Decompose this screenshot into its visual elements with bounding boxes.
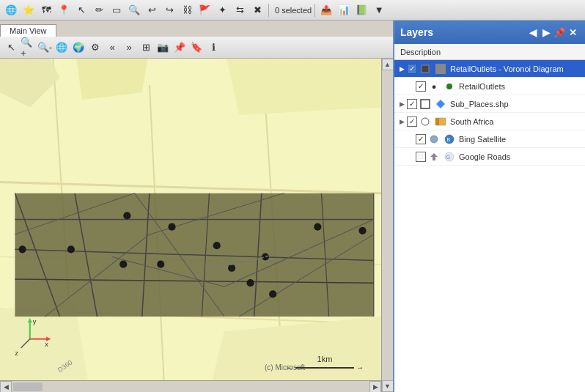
retail-dot-7: [213, 242, 221, 249]
svg-rect-40: [435, 64, 446, 74]
layer-expand-voronoi[interactable]: ▶: [397, 64, 406, 73]
layer-expand-south-africa[interactable]: ▶: [397, 117, 406, 126]
map-view[interactable]: D360 y x z (c) Microsoft: [0, 59, 393, 392]
top-toolbar: 🌐 ⭐ 🗺 📍 ↖ ✏ ▭ 🔍 ↩ ↪ ⛓ 🚩 ✦ ⇆ ✖ 0 selected…: [0, 0, 585, 21]
tool-flag[interactable]: 🚩: [196, 2, 213, 18]
layer-check-subplaces[interactable]: ✓: [407, 99, 417, 109]
retail-dot-10: [269, 290, 276, 297]
layer-vis-bing: [427, 133, 441, 145]
map-tool-pin[interactable]: 📌: [172, 40, 188, 56]
horizontal-scrollbar[interactable]: ◀ ▶: [0, 380, 381, 392]
layer-item-retail[interactable]: ✓ ● RetailOutlets: [394, 78, 585, 95]
tool-bookmark-red[interactable]: 📍: [56, 2, 72, 18]
scroll-up[interactable]: ▲: [382, 59, 394, 70]
map-svg: D360 y x z: [0, 59, 381, 380]
retail-dot-1: [123, 212, 130, 219]
tool-star[interactable]: ⭐: [21, 2, 37, 18]
layer-item-google[interactable]: □ G Google Roads: [394, 148, 585, 166]
retail-dot-4: [18, 245, 26, 253]
layer-item-bing[interactable]: ✓ B Bing Satellite: [394, 130, 585, 148]
scale-line: ← →: [286, 363, 364, 371]
layer-icon-voronoi: [433, 63, 448, 75]
main-area: Main View ↖ 🔍+ 🔍- 🌐 🌍 ⚙ « » ⊞ 📷 📌 🔖 ℹ: [0, 21, 585, 392]
layer-check-bing[interactable]: ✓: [416, 134, 426, 144]
separator: [268, 4, 269, 17]
tool-rect[interactable]: ▭: [108, 2, 125, 18]
tool-map[interactable]: 🗺: [38, 2, 54, 18]
retail-dot-9: [246, 279, 254, 286]
layers-back-btn[interactable]: ◀: [526, 26, 540, 39]
layer-vis-voronoi: [419, 63, 432, 75]
tool-cursor[interactable]: ↖: [73, 2, 89, 18]
main-view-tab[interactable]: Main View: [0, 24, 56, 37]
map-tool-globe1[interactable]: 🌐: [54, 40, 70, 56]
layer-check-voronoi[interactable]: ✓: [407, 64, 417, 74]
map-tool-select[interactable]: ↖: [3, 40, 19, 56]
retail-dot-2: [67, 245, 75, 253]
layer-icon-subplaces: [433, 98, 448, 110]
svg-text:z: z: [15, 350, 18, 357]
layer-check-retail[interactable]: ✓: [416, 81, 426, 92]
scroll-down[interactable]: ▼: [382, 380, 394, 392]
layer-expand-subplaces[interactable]: ▶: [397, 100, 406, 108]
map-tool-globe2[interactable]: 🌍: [70, 40, 87, 56]
layer-check-google[interactable]: □: [416, 152, 426, 162]
layer-check-south-africa[interactable]: ✓: [407, 117, 417, 127]
layer-vis-google: [427, 151, 441, 163]
map-tool-settings[interactable]: ⚙: [87, 40, 103, 56]
map-tool-bmark[interactable]: 🔖: [188, 40, 205, 56]
tool-pencil[interactable]: ✏: [91, 2, 107, 18]
vertical-scrollbar[interactable]: ▲ ▼: [381, 59, 393, 392]
svg-point-47: [430, 136, 438, 143]
map-tool-right[interactable]: »: [121, 40, 137, 56]
map-tool-left[interactable]: «: [104, 40, 120, 56]
map-tool-camera[interactable]: 📷: [155, 40, 171, 56]
layer-name-retail: RetailOutlets: [459, 82, 582, 91]
layers-header: Layers ◀ ▶ 📌 ✕: [394, 21, 585, 44]
layer-name-south-africa: South Africa: [450, 117, 582, 126]
tool-undo[interactable]: ↩: [144, 2, 160, 18]
layers-forward-btn[interactable]: ▶: [540, 26, 553, 39]
tool-export[interactable]: 📤: [318, 2, 334, 18]
layer-icon-google: G: [442, 151, 457, 163]
layers-close-btn[interactable]: ✕: [566, 26, 579, 39]
map-tool-zoom-out[interactable]: 🔍-: [37, 40, 53, 56]
layer-name-google: Google Roads: [459, 152, 582, 161]
tool-stop[interactable]: ✖: [249, 2, 265, 18]
tool-arrows[interactable]: ⇆: [232, 2, 248, 18]
svg-text:G: G: [446, 155, 450, 160]
tool-globe[interactable]: 🌐: [3, 2, 19, 18]
map-tool-grid[interactable]: ⊞: [138, 40, 154, 56]
layers-desc-label: Description: [400, 48, 441, 56]
layers-pin-btn[interactable]: 📌: [553, 26, 566, 39]
tool-table[interactable]: 📊: [336, 2, 352, 18]
map-tool-info[interactable]: ℹ: [205, 40, 221, 56]
scale-line-bar: [295, 367, 354, 369]
layers-list[interactable]: ▶ ✓ RetailOutlets - Voronoi Diagram ✓ ● …: [394, 60, 585, 392]
tool-zoom-plus[interactable]: 🔍: [126, 2, 142, 18]
tool-network[interactable]: ⛓: [179, 2, 195, 18]
scroll-thumb-h[interactable]: [13, 382, 43, 391]
layer-item-south-africa[interactable]: ▶ ✓ South Africa: [394, 113, 585, 130]
layer-icon-bing: B: [442, 133, 457, 145]
map-toolbar: ↖ 🔍+ 🔍- 🌐 🌍 ⚙ « » ⊞ 📷 📌 🔖 ℹ: [0, 37, 393, 59]
layer-expand-retail: [406, 82, 415, 91]
scale-label: 1km: [317, 355, 333, 363]
layers-title: Layers: [400, 26, 526, 38]
layer-name-bing: Bing Satellite: [459, 135, 582, 144]
svg-point-44: [422, 118, 429, 125]
tool-redo[interactable]: ↪: [161, 2, 177, 18]
tool-waypoint[interactable]: ✦: [214, 2, 230, 18]
map-tool-zoom-in[interactable]: 🔍+: [20, 40, 36, 56]
scroll-right[interactable]: ▶: [369, 381, 381, 393]
layer-item-subplaces[interactable]: ▶ ✓ Sub_Places.shp: [394, 95, 585, 113]
svg-point-41: [446, 84, 452, 89]
tool-excel[interactable]: 📗: [353, 2, 369, 18]
scroll-left[interactable]: ◀: [0, 381, 12, 393]
layer-icon-south-africa: [433, 116, 448, 127]
left-panel: Main View ↖ 🔍+ 🔍- 🌐 🌍 ⚙ « » ⊞ 📷 📌 🔖 ℹ: [0, 21, 394, 392]
svg-rect-46: [435, 118, 439, 125]
layer-item-voronoi[interactable]: ▶ ✓ RetailOutlets - Voronoi Diagram: [394, 60, 585, 78]
retail-dot-3: [119, 261, 127, 268]
tool-expand[interactable]: ▼: [371, 2, 387, 18]
